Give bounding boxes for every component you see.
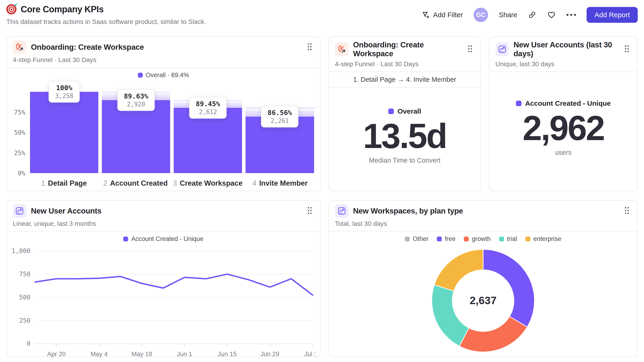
card-new-workspaces-by-plan: New Workspaces, by plan type Total, last… <box>328 200 638 357</box>
card-subtitle: 4-step Funnel · Last 30 Days <box>335 60 474 68</box>
board-header: Core Company KPIs This dataset tracks ac… <box>6 4 638 25</box>
legend-item-growth[interactable]: growth <box>464 235 490 243</box>
conversion-percent: 100% <box>55 84 73 92</box>
more-menu-button[interactable] <box>566 14 576 16</box>
donut-slice-enterprise[interactable] <box>434 249 483 291</box>
add-filter-button[interactable]: Add Filter <box>422 11 463 19</box>
insights-report-icon <box>13 204 26 218</box>
legend-item-overall[interactable]: Overall · 69.4% <box>138 71 189 79</box>
card-header: New Workspaces, by plan type Total, last… <box>329 201 637 232</box>
card-title: New User Accounts (last 30 days) <box>514 40 618 58</box>
copy-link-button[interactable] <box>528 11 536 19</box>
funnel-bar-fill <box>30 92 98 173</box>
drag-handle-icon[interactable] <box>306 205 314 217</box>
legend-item-account-created[interactable]: Account Created - Unique <box>123 235 204 243</box>
funnel-y-tick-label: 0% <box>18 170 25 177</box>
card-new-user-accounts-30d: New User Accounts (last 30 days) Unique,… <box>489 36 638 191</box>
funnel-bar-fill <box>102 100 170 173</box>
funnel-plus-icon <box>422 11 430 19</box>
card-title: New Workspaces, by plan type <box>353 207 463 215</box>
donut-chart[interactable]: 2,637 <box>329 243 637 357</box>
legend-item-overall[interactable]: Overall <box>388 107 421 115</box>
step-number: 1 <box>41 179 45 187</box>
donut-slice-growth[interactable] <box>460 317 527 352</box>
favorite-button[interactable] <box>547 10 556 19</box>
legend-swatch <box>437 237 442 241</box>
legend-label: Overall · 69.4% <box>146 71 189 79</box>
legend-label: Account Created - Unique <box>525 99 611 107</box>
svg-text:Jun 15: Jun 15 <box>218 351 237 358</box>
funnel-value-tooltip: 89.45%2,612 <box>189 97 227 119</box>
accounts-line-chart-svg[interactable]: 02505007501,000Apr 20May 4May 18Jun 1Jun… <box>12 244 316 360</box>
insights-report-icon <box>335 204 348 218</box>
legend-item-other[interactable]: Other <box>405 235 428 243</box>
step-count: 2,261 <box>268 117 292 124</box>
funnel-plot[interactable]: 100%3,25889.63%2,92089.45%2,61286.56%2,2… <box>30 92 314 173</box>
legend-swatch <box>138 73 143 78</box>
line-chart-legend: Account Created - Unique <box>7 232 320 243</box>
legend-item-free[interactable]: free <box>437 235 456 243</box>
drag-handle-icon[interactable] <box>623 205 631 217</box>
plan-legend: Otherfreegrowthtrialenterprise <box>329 232 637 243</box>
page-title: Core Company KPIs <box>21 4 104 14</box>
funnel-step-label: 3Create Workspace <box>173 179 242 188</box>
legend-swatch <box>464 237 469 241</box>
step-name: Account Created <box>110 179 168 187</box>
legend-swatch <box>516 101 522 106</box>
card-median-time-to-convert: Onboarding: Create Workspace 4-step Funn… <box>328 36 481 191</box>
donut-slice-trial[interactable] <box>432 285 469 346</box>
funnel-value-tooltip: 86.56%2,261 <box>261 106 298 128</box>
board-toolbar: Add Filter GC Share <box>422 4 638 23</box>
legend-swatch <box>123 237 128 241</box>
step-number: 2 <box>103 179 107 187</box>
legend-swatch <box>499 237 504 241</box>
card-subtitle: Total, last 30 days <box>335 220 631 228</box>
svg-text:500: 500 <box>19 294 30 301</box>
drag-handle-icon[interactable] <box>623 44 631 55</box>
legend-label: growth <box>472 235 490 243</box>
svg-text:May 18: May 18 <box>132 351 152 358</box>
card-header: New User Accounts (last 30 days) Unique,… <box>490 37 637 72</box>
funnel-value-tooltip: 100%3,258 <box>48 81 80 103</box>
funnel-report-icon <box>13 40 26 54</box>
step-number: 4 <box>252 179 256 187</box>
funnel-bar-step-4[interactable]: 86.56%2,261 <box>246 92 314 173</box>
legend-item-account-created[interactable]: Account Created - Unique <box>516 99 611 107</box>
legend-item-enterprise[interactable]: enterprise <box>526 235 561 243</box>
funnel-report-icon <box>335 42 348 56</box>
drag-handle-icon[interactable] <box>306 41 314 53</box>
donut-slice-free[interactable] <box>483 249 534 327</box>
conversion-percent: 89.63% <box>124 92 148 100</box>
metric-body: Overall 13.5d Median Time to Convert <box>329 88 480 191</box>
funnel-chart: 75%50%25%0% 100%3,25889.63%2,92089.45%2,… <box>7 79 320 173</box>
legend-label: Other <box>413 235 428 243</box>
share-button[interactable]: Share <box>499 11 517 19</box>
metric-body: Account Created - Unique 2,962 users <box>490 72 637 191</box>
card-title: Onboarding: Create Workspace <box>353 40 462 58</box>
funnel-y-axis: 75%50%25%0% <box>12 92 30 173</box>
funnel-bar-step-2[interactable]: 89.63%2,920 <box>102 92 170 173</box>
funnel-bar-step-3[interactable]: 89.45%2,612 <box>174 92 242 173</box>
funnel-bar-step-1[interactable]: 100%3,258 <box>30 92 98 173</box>
dartboard-target-icon <box>6 4 16 14</box>
ellipsis-icon <box>566 14 576 16</box>
svg-text:Jun 29: Jun 29 <box>260 351 279 358</box>
legend-label: Account Created - Unique <box>131 235 204 243</box>
avatar[interactable]: GC <box>474 8 488 22</box>
legend-label: free <box>445 235 456 243</box>
line-chart[interactable]: 02505007501,000Apr 20May 4May 18Jun 1Jun… <box>7 243 320 360</box>
svg-text:1,000: 1,000 <box>12 247 30 254</box>
metric-value: 2,962 <box>523 111 604 145</box>
card-header: Onboarding: Create Workspace 4-step Funn… <box>329 37 480 72</box>
funnel-x-labels: 1Detail Page2Account Created3Create Work… <box>7 173 320 188</box>
step-count: 2,920 <box>124 101 148 108</box>
step-name: Create Workspace <box>180 179 242 187</box>
plan-donut-svg[interactable]: 2,637 <box>427 245 539 357</box>
funnel-step-label: 2Account Created <box>101 179 169 188</box>
add-report-button[interactable]: Add Report <box>586 7 638 23</box>
legend-item-trial[interactable]: trial <box>499 235 517 243</box>
funnel-step-range: 1. Detail Page → 4. Invite Member <box>329 72 480 88</box>
drag-handle-icon[interactable] <box>466 44 474 55</box>
card-title: Onboarding: Create Workspace <box>31 43 144 51</box>
step-number: 3 <box>173 179 177 187</box>
